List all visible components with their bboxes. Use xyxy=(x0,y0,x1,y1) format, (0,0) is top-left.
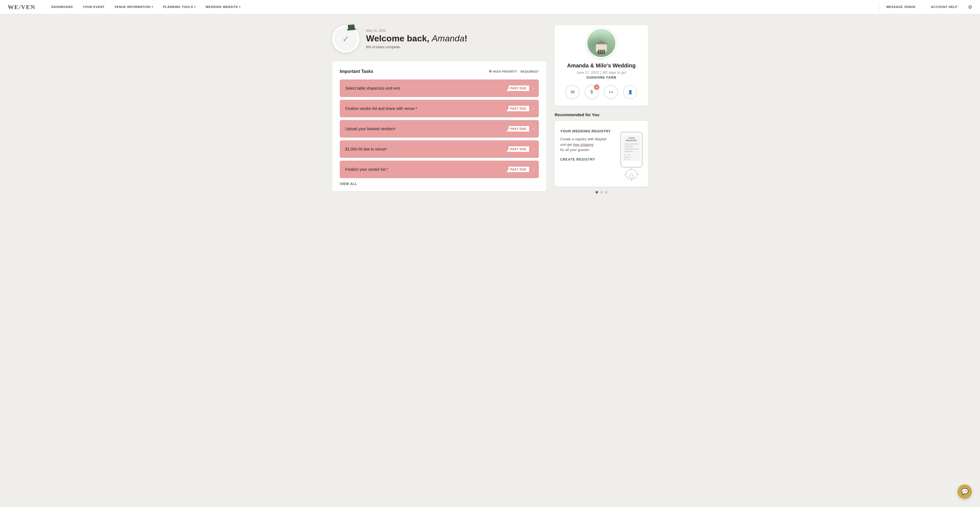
phone-screen: YOUR REGISTRY ✓ xyxy=(623,135,640,161)
wedding-venue: SUNSHINE FARM xyxy=(560,76,643,79)
past-due-badge: PAST DUE xyxy=(506,126,529,132)
nav-wedding-website[interactable]: WEDDING WEBSITE ▾ xyxy=(201,0,246,14)
recommended-title: Recommended for You xyxy=(555,112,648,117)
task-past-due: PAST DUE › xyxy=(506,167,535,172)
welcome-heading: Welcome back, Amanda! xyxy=(366,34,467,43)
carousel-indicators xyxy=(555,191,648,194)
priority-dot: HIGH PRIORITY xyxy=(489,70,517,73)
phone-icon: YOUR REGISTRY ✓ xyxy=(620,132,643,167)
right-column: Amanda & Milo's Wedding June 17, 2023 | … xyxy=(555,25,648,194)
welcome-text: May 31, 2022 Welcome back, Amanda! 8% of… xyxy=(366,29,467,49)
person-icon xyxy=(601,51,603,54)
logo[interactable]: WE/VEN xyxy=(8,3,35,11)
wedding-date: June 17, 2023 | 381 days to go! xyxy=(560,70,643,75)
tasks-header: Important Tasks HIGH PRIORITY REQUIRED* xyxy=(340,69,539,74)
task-past-due: PAST DUE › xyxy=(506,86,535,91)
person-icon xyxy=(603,51,605,54)
venue-scene xyxy=(587,29,615,57)
add-guest-button[interactable]: 👤 xyxy=(623,85,637,99)
dollar-icon: $ xyxy=(591,90,593,95)
person-icon xyxy=(598,51,599,54)
main-container: ✓ May 31, 2022 Welcome back, Amanda! 8% … xyxy=(326,14,654,210)
recommended-card: YOUR WEDDING REGISTRY Create a registry … xyxy=(555,121,648,187)
payment-button[interactable]: $ 4 xyxy=(585,85,599,99)
people-group xyxy=(598,51,605,54)
checkbox-icon: ✓ xyxy=(624,154,630,160)
chevron-right-icon: › xyxy=(533,106,535,111)
past-due-badge: PAST DUE xyxy=(506,106,529,111)
task-label: $1,000.00 due to venue* xyxy=(345,147,506,151)
task-item[interactable]: Finalize your vendor list.* PAST DUE › xyxy=(340,161,539,178)
svg-point-0 xyxy=(626,169,637,179)
chat-button[interactable]: 💬 xyxy=(958,485,972,499)
welcome-date: May 31, 2022 xyxy=(366,29,467,33)
phone-line xyxy=(624,143,639,145)
task-label: Finalize your vendor list.* xyxy=(345,167,506,172)
task-label: Finalize vendor list and share with venu… xyxy=(345,106,506,111)
person-icon xyxy=(600,51,601,54)
task-past-due: PAST DUE › xyxy=(506,126,535,132)
task-item[interactable]: Finalize vendor list and share with venu… xyxy=(340,100,539,117)
wedding-card-body: Amanda & Milo's Wedding June 17, 2023 | … xyxy=(555,62,648,99)
checklist-icon: +≡ xyxy=(609,90,613,94)
indicator-dot-1[interactable] xyxy=(595,191,598,194)
nav-message-venue[interactable]: MESSAGE VENUE xyxy=(881,0,921,14)
checkmark-icon: ✓ xyxy=(342,34,350,44)
add-person-icon: 👤 xyxy=(628,90,633,94)
wedding-photo xyxy=(586,28,616,58)
rec-description: Create a registry with Wayfair and get f… xyxy=(560,137,616,153)
left-column: ✓ May 31, 2022 Welcome back, Amanda! 8% … xyxy=(332,25,546,194)
chat-icon: 💬 xyxy=(961,488,969,495)
task-past-due: PAST DUE › xyxy=(506,146,535,152)
chevron-right-icon: › xyxy=(533,146,535,151)
wedding-actions: ✉ $ 4 +≡ 👤 xyxy=(560,85,643,99)
tasks-title: Important Tasks xyxy=(340,69,373,74)
phone-line xyxy=(624,146,633,147)
envelope-icon: ✉ xyxy=(571,89,575,95)
chevron-down-icon: ▾ xyxy=(152,5,153,8)
indicator-dot-3[interactable] xyxy=(605,191,607,194)
create-registry-button[interactable]: CREATE REGISTRY xyxy=(560,157,616,161)
required-label: REQUIRED* xyxy=(520,70,539,73)
avatar-hat xyxy=(348,24,355,29)
registry-illustration: YOUR REGISTRY ✓ xyxy=(620,129,643,181)
wedding-photo-container xyxy=(555,28,648,58)
task-item[interactable]: $1,000.00 due to venue* PAST DUE › xyxy=(340,140,539,158)
message-venue-button[interactable]: ✉ xyxy=(565,85,580,99)
recommended-text: YOUR WEDDING REGISTRY Create a registry … xyxy=(560,129,616,161)
welcome-section: ✓ May 31, 2022 Welcome back, Amanda! 8% … xyxy=(332,25,546,52)
nav-account-help[interactable]: ACCOUNT HELP xyxy=(926,0,963,14)
phone-line xyxy=(624,151,633,152)
main-nav: WE/VEN DASHBOARD YOUR EVENT VENUE INFORM… xyxy=(0,0,980,14)
wedding-card: Amanda & Milo's Wedding June 17, 2023 | … xyxy=(555,25,648,106)
nav-dashboard[interactable]: DASHBOARD xyxy=(46,0,78,14)
nav-venue-information[interactable]: VENUE INFORMATION ▾ xyxy=(110,0,158,14)
nav-planning-tools[interactable]: PLANNING TOOLS ▾ xyxy=(158,0,201,14)
notification-badge: 4 xyxy=(594,84,600,90)
gear-icon[interactable]: ⚙ xyxy=(968,4,972,10)
tasks-legend: HIGH PRIORITY REQUIRED* xyxy=(489,70,539,73)
tasks-card: Important Tasks HIGH PRIORITY REQUIRED* … xyxy=(332,61,546,191)
task-past-due: PAST DUE › xyxy=(506,106,535,111)
task-label: Upload your booked vendors* xyxy=(345,127,506,131)
nav-right: MESSAGE VENUE ACCOUNT HELP ⚙ xyxy=(881,0,972,14)
task-label: Select table shape/size and rent. xyxy=(345,86,506,91)
recommended-section: Recommended for You YOUR WEDDING REGISTR… xyxy=(555,112,648,194)
nav-your-event[interactable]: YOUR EVENT xyxy=(78,0,110,14)
past-due-badge: PAST DUE xyxy=(506,86,529,91)
phone-line xyxy=(624,148,639,149)
checklist-button[interactable]: +≡ xyxy=(604,85,618,99)
chevron-down-icon: ▾ xyxy=(239,5,241,8)
past-due-badge: PAST DUE xyxy=(506,146,529,152)
rec-title: YOUR WEDDING REGISTRY xyxy=(560,129,616,133)
nav-items: DASHBOARD YOUR EVENT VENUE INFORMATION ▾… xyxy=(46,0,877,14)
task-item[interactable]: Select table shape/size and rent. PAST D… xyxy=(340,79,539,97)
chevron-right-icon: › xyxy=(533,86,535,91)
tasks-complete-text: 8% of tasks complete. xyxy=(366,45,467,49)
view-all-link[interactable]: VIEW ALL xyxy=(340,182,539,186)
past-due-badge: PAST DUE xyxy=(506,167,529,172)
task-item[interactable]: Upload your booked vendors* PAST DUE › xyxy=(340,120,539,138)
chevron-right-icon: › xyxy=(533,167,535,172)
chevron-right-icon: › xyxy=(533,126,535,131)
indicator-dot-2[interactable] xyxy=(600,191,603,194)
